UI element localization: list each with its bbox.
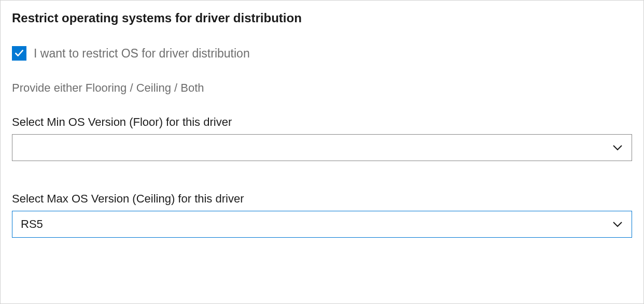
chevron-down-icon	[612, 219, 623, 230]
max-os-select[interactable]: RS5	[12, 211, 632, 238]
min-os-field-group: Select Min OS Version (Floor) for this d…	[12, 115, 632, 161]
restrict-os-checkbox-label: I want to restrict OS for driver distrib…	[34, 47, 250, 61]
section-title: Restrict operating systems for driver di…	[12, 11, 632, 25]
checkmark-icon	[15, 49, 24, 58]
max-os-value: RS5	[21, 218, 43, 231]
max-os-field-group: Select Max OS Version (Ceiling) for this…	[12, 192, 632, 238]
min-os-select[interactable]	[12, 134, 632, 161]
restrict-os-checkbox[interactable]	[12, 46, 26, 61]
helper-text: Provide either Flooring / Ceiling / Both	[12, 81, 632, 95]
max-os-label: Select Max OS Version (Ceiling) for this…	[12, 192, 632, 206]
restrict-os-checkbox-row: I want to restrict OS for driver distrib…	[12, 46, 632, 61]
chevron-down-icon	[612, 142, 623, 153]
min-os-label: Select Min OS Version (Floor) for this d…	[12, 115, 632, 129]
